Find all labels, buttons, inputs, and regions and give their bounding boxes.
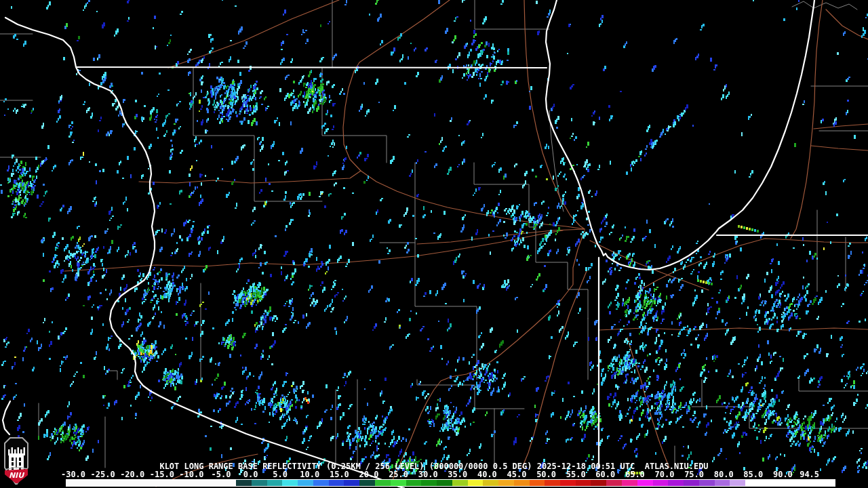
colorbar-tick-label: -20.0: [120, 470, 144, 479]
niu-logo-text: NIU: [9, 471, 24, 480]
colorbar-tick-label: 50.0: [536, 470, 556, 479]
colorbar-labels: -30.0-25.0-20.0-15.0-10.0-5.00.05.010.01…: [0, 470, 868, 479]
colorbar-tick-label: 65.0: [625, 470, 645, 479]
colorbar-tick-label: 15.0: [330, 470, 349, 479]
colorbar-tick-label: 80.0: [714, 470, 734, 479]
colorbar-tick-label: 35.0: [448, 470, 467, 479]
colorbar-tick-label: -10.0: [179, 470, 203, 479]
colorbar: [66, 479, 835, 487]
colorbar-tick-label: 55.0: [566, 470, 586, 479]
colorbar-tick-label: 0.0: [243, 470, 258, 479]
colorbar-tick-label: 90.0: [773, 470, 793, 479]
colorbar-tick-label: 10.0: [300, 470, 319, 479]
colorbar-tick-label: 70.0: [655, 470, 675, 479]
colorbar-tick-label: 5.0: [273, 470, 288, 479]
colorbar-tick-label: 85.0: [743, 470, 763, 479]
colorbar-tick-label: -30.0: [61, 470, 85, 479]
colorbar-tick-label: 45.0: [507, 470, 527, 479]
colorbar-tick-label: 40.0: [477, 470, 497, 479]
colorbar-tick-label: 60.0: [595, 470, 615, 479]
radar-screen: KLOT LONG RANGE BASE REFLECTIVITY (0.25K…: [0, 0, 868, 488]
niu-logo: NIU: [3, 436, 30, 486]
colorbar-tick-label: -15.0: [150, 470, 174, 479]
radar-map-canvas: [0, 0, 868, 488]
colorbar-tick-label: 75.0: [684, 470, 704, 479]
colorbar-tick-label: 20.0: [359, 470, 379, 479]
colorbar-tick-label: -25.0: [91, 470, 115, 479]
colorbar-tick-label: -5.0: [212, 470, 231, 479]
colorbar-tick-label: 25.0: [389, 470, 408, 479]
colorbar-tick-label: 30.0: [418, 470, 438, 479]
colorbar-tick-label: 94.5: [800, 470, 819, 479]
